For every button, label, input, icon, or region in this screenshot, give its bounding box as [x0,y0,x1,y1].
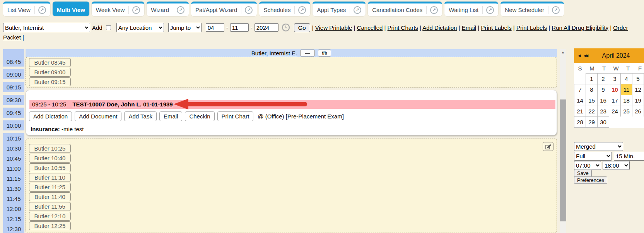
calendar-day-22[interactable]: 22 [586,106,598,117]
save-button[interactable]: Save [574,170,592,177]
open-new-window-icon[interactable]: ↗ [173,6,184,14]
calendar-day-19[interactable]: 19 [632,95,644,106]
calendar-day-15[interactable]: 15 [586,95,598,106]
calendar-day-17[interactable]: 17 [609,95,621,106]
add-task-button[interactable]: Add Task [124,111,156,121]
scroll-thumb[interactable] [560,99,566,221]
tab-schedules[interactable]: Schedules↗ [259,2,310,16]
calendar-prev-month-icon[interactable]: ◀ [578,53,581,58]
calendar-day-10[interactable]: 10 [609,84,621,95]
end-time-select[interactable]: 18:00 [603,161,630,170]
date-day-input[interactable] [230,23,249,32]
calendar-day-11[interactable]: 11 [620,84,632,95]
open-slot-butler-12-25[interactable]: Butler 12:25 [29,221,71,230]
open-new-window-icon[interactable]: ↗ [294,6,306,14]
calendar-day-1[interactable]: 1 [586,73,598,84]
calendar-day-21[interactable]: 21 [574,106,586,117]
calendar-day-25[interactable]: 25 [620,106,632,117]
calendar-day-12[interactable]: 12 [632,84,644,95]
calendar-prev-year-icon[interactable]: ◀◀ [584,53,587,58]
calendar-day-29[interactable]: 29 [586,116,598,128]
tab-multi-view[interactable]: Multi View [53,2,89,16]
calendar-day-18[interactable]: 18 [620,95,632,106]
tab-appt-types[interactable]: Appt Types↗ [313,2,366,16]
tab-week-view[interactable]: Week View↗ [92,2,144,16]
email-button[interactable]: Email [159,111,183,121]
calendar-day-7[interactable]: 7 [574,84,586,95]
add-checkbox[interactable] [106,25,111,30]
open-new-window-icon[interactable]: ↗ [128,6,140,14]
link-packet[interactable]: Packet [3,34,21,41]
start-time-select[interactable]: 07:00 [574,161,601,170]
open-slot-butler-09-15[interactable]: Butler 09:15 [29,77,71,86]
calendar-day-3[interactable]: 3 [609,73,621,84]
calendar-day-26[interactable]: 26 [632,106,644,117]
link-print-labels[interactable]: Print Labels [481,24,511,31]
calendar-day-9[interactable]: 9 [597,84,609,95]
fb-button[interactable]: f/b [318,50,331,57]
link-view-printable[interactable]: View Printable [315,24,352,31]
clock-icon[interactable] [281,23,290,32]
open-slot-butler-10-40[interactable]: Butler 10:40 [29,154,71,163]
open-new-window-icon[interactable]: ↗ [241,6,253,14]
tab-cancellation-codes[interactable]: Cancellation Codes↗ [368,2,442,16]
tab-list-view[interactable]: List View↗ [3,2,50,16]
open-slot-butler-11-10[interactable]: Butler 11:10 [29,173,71,182]
link-add-dictation[interactable]: Add Dictation [422,24,457,31]
tab-pat-appt-wizard[interactable]: Pat/Appt Wizard↗ [191,2,257,16]
link-email[interactable]: Email [462,24,477,31]
provider-link[interactable]: Butler, Internist E. [251,50,297,57]
add-dictation-button[interactable]: Add Dictation [29,111,72,121]
calendar-day-5[interactable]: 5 [632,73,644,84]
link-cancelled[interactable]: Cancelled [357,24,383,31]
calendar-day-14[interactable]: 14 [574,95,586,106]
print-chart-button[interactable]: Print Chart [217,111,254,121]
open-slot-butler-10-55[interactable]: Butler 10:55 [29,163,71,172]
tab-new-scheduler[interactable]: New Scheduler↗ [501,2,564,16]
open-new-window-icon[interactable]: ↗ [426,6,438,14]
open-slot-butler-11-55[interactable]: Butler 11:55 [29,202,71,211]
calendar-day-16[interactable]: 16 [597,95,609,106]
link-order[interactable]: Order [613,24,628,31]
date-year-input[interactable] [255,23,278,32]
view-mode-select[interactable]: Merged [574,142,623,151]
date-month-input[interactable] [206,23,224,32]
add-document-button[interactable]: Add Document [75,111,121,121]
appointment-time-link[interactable]: 09:25 - 10:25 [32,101,66,108]
go-button[interactable]: Go [294,23,310,32]
collapse-button[interactable]: — [300,50,315,57]
open-slot-butler-10-25[interactable]: Butler 10:25 [29,144,71,153]
vertical-scrollbar[interactable]: ▲ [560,49,566,233]
open-new-window-icon[interactable]: ↗ [482,6,494,14]
link-print-labels[interactable]: Print Labels [516,24,547,31]
open-new-window-icon[interactable]: ↗ [350,6,361,14]
open-slot-butler-11-40[interactable]: Butler 11:40 [29,192,71,201]
calendar-day-23[interactable]: 23 [597,106,609,117]
calendar-day-8[interactable]: 8 [586,84,598,95]
jump-to-select[interactable]: Jump to [168,23,202,32]
open-slot-butler-09-00[interactable]: Butler 09:00 [29,68,71,77]
open-slot-butler-08-45[interactable]: Butler 08:45 [29,58,71,67]
patient-link[interactable]: TEST-10007 Doe, John L. 01-01-1939 [72,101,173,108]
tab-wizard[interactable]: Wizard↗ [147,2,189,16]
calendar-day-4[interactable]: 4 [620,73,632,84]
link-run-all-drug-eligibility[interactable]: Run All Drug Eligibility [552,24,608,31]
interval-select[interactable]: 15 Min. [614,152,644,161]
edit-pencil-button[interactable] [543,142,553,151]
open-new-window-icon[interactable]: ↗ [548,6,560,14]
tab-waiting-list[interactable]: Waiting List↗ [444,2,498,16]
calendar-day-2[interactable]: 2 [597,73,609,84]
scroll-up-arrow[interactable]: ▲ [560,49,566,55]
preferences-button[interactable]: Preferences [574,176,607,184]
size-select[interactable]: Full [574,152,612,161]
location-select[interactable]: Any Location [116,23,164,32]
open-slot-butler-11-25[interactable]: Butler 11:25 [29,183,71,192]
calendar-day-24[interactable]: 24 [609,106,621,117]
open-slot-butler-12-10[interactable]: Butler 12:10 [29,212,71,221]
open-new-window-icon[interactable]: ↗ [34,6,46,14]
calendar-day-28[interactable]: 28 [574,116,586,128]
link-print-charts[interactable]: Print Charts [388,24,418,31]
provider-select[interactable]: Butler, Internist [3,23,90,32]
calendar-day-30[interactable]: 30 [597,116,609,128]
checkin-button[interactable]: Checkin [185,111,214,121]
